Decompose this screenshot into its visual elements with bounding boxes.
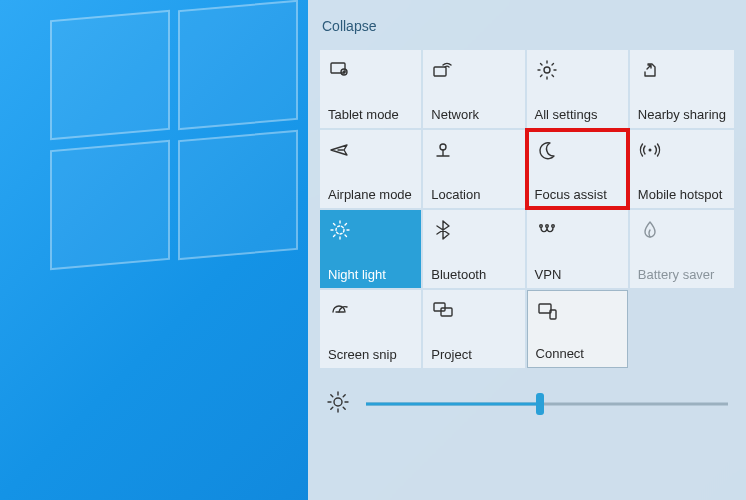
tile-label: Bluetooth [431,267,516,282]
tile-bluetooth[interactable]: Bluetooth [423,210,524,288]
tile-battery-saver[interactable]: Battery saver [630,210,734,288]
tile-screen-snip[interactable]: Screen snip [320,290,421,368]
svg-rect-12 [539,304,551,313]
hotspot-icon [638,138,726,162]
tile-vpn[interactable]: VPN [527,210,628,288]
collapse-button[interactable]: Collapse [320,10,378,50]
tile-label: Night light [328,267,413,282]
action-center-panel: Collapse Tablet mode Network All setting… [308,0,746,500]
slider-track-fill [366,403,540,406]
tile-label: Battery saver [638,267,726,282]
svg-rect-10 [434,303,445,311]
tile-label: Tablet mode [328,107,413,122]
nearby-sharing-icon [638,58,726,82]
moon-icon [535,138,620,162]
tile-focus-assist[interactable]: Focus assist [527,130,628,208]
night-light-icon [328,218,413,242]
quick-action-tiles: Tablet mode Network All settings Nearby … [320,50,734,368]
airplane-icon [328,138,413,162]
tile-all-settings[interactable]: All settings [527,50,628,128]
tile-label: Focus assist [535,187,620,202]
network-icon [431,58,516,82]
connect-icon [536,299,619,323]
bluetooth-icon [431,218,516,242]
tile-tablet-mode[interactable]: Tablet mode [320,50,421,128]
svg-point-14 [334,398,342,406]
tile-label: Mobile hotspot [638,187,726,202]
svg-point-3 [544,67,550,73]
tile-network[interactable]: Network [423,50,524,128]
tile-airplane-mode[interactable]: Airplane mode [320,130,421,208]
brightness-icon [326,390,350,418]
svg-rect-2 [434,67,446,76]
gear-icon [535,58,620,82]
desktop-background: Collapse Tablet mode Network All setting… [0,0,746,500]
tile-label: Screen snip [328,347,413,362]
project-icon [431,298,516,322]
tile-location[interactable]: Location [423,130,524,208]
wallpaper-shape [178,0,298,130]
vpn-icon [535,218,620,242]
tile-label: VPN [535,267,620,282]
slider-thumb[interactable] [536,393,544,415]
tile-label: Network [431,107,516,122]
wallpaper-shape [178,130,298,260]
wallpaper-shape [50,10,170,140]
svg-rect-11 [441,308,452,316]
tile-connect[interactable]: Connect [527,290,628,368]
svg-point-6 [336,226,344,234]
tile-label: Project [431,347,516,362]
tile-label: Location [431,187,516,202]
svg-point-4 [440,144,446,150]
tile-project[interactable]: Project [423,290,524,368]
tile-label: Airplane mode [328,187,413,202]
brightness-slider[interactable] [366,392,728,416]
tile-label: Connect [536,346,619,361]
location-icon [431,138,516,162]
tile-nearby-sharing[interactable]: Nearby sharing [630,50,734,128]
svg-point-5 [648,149,651,152]
tile-label: Nearby sharing [638,107,726,122]
brightness-control [320,390,734,418]
tile-mobile-hotspot[interactable]: Mobile hotspot [630,130,734,208]
battery-saver-icon [638,218,726,242]
screen-snip-icon [328,298,413,322]
tile-label: All settings [535,107,620,122]
tile-night-light[interactable]: Night light [320,210,421,288]
tablet-mode-icon [328,58,413,82]
wallpaper-shape [50,140,170,270]
